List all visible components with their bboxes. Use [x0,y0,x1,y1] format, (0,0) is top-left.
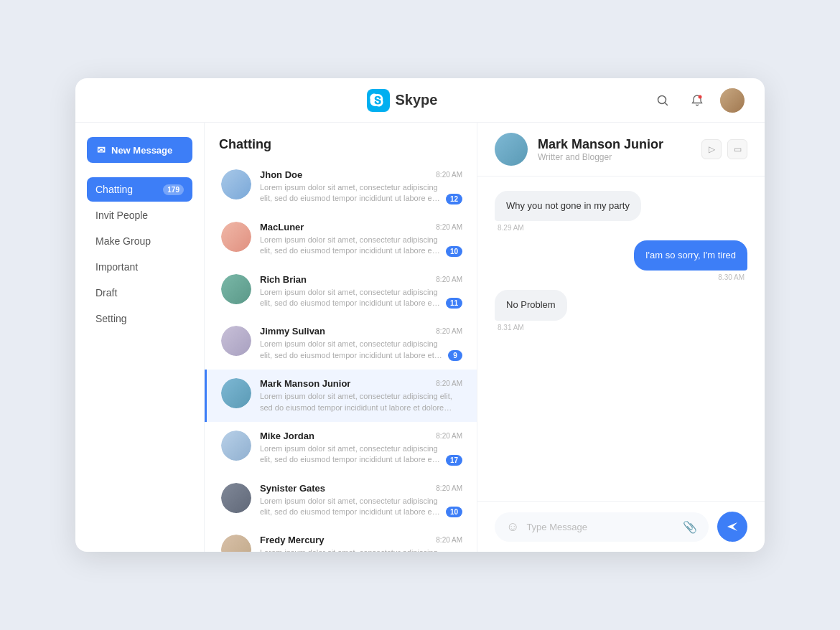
chat-badge: 12 [446,194,462,204]
chat-preview: Lorem ipsum dolor sit amet, consectetur … [260,235,442,257]
message-time: 8.31 AM [495,324,527,332]
chat-name: Jhon Doe [260,169,302,180]
chat-info: Jhon Doe8:20 AMLorem ipsum dolor sit ame… [260,169,462,204]
sidebar-item-label: Draft [95,287,117,298]
conversation-panel: Mark Manson Junior Writter and Blogger ▷… [477,123,765,552]
new-message-label: New Message [111,145,172,156]
sidebar-item-setting[interactable]: Setting [87,306,192,331]
message-bubble: Why you not gone in my party [495,191,641,221]
chat-preview: Lorem ipsum dolor sit amet, consectetur … [260,391,462,413]
send-button[interactable] [717,512,747,542]
chat-time: 8:20 AM [436,380,462,387]
chat-info: Synister Gates8:20 AMLorem ipsum dolor s… [260,483,462,518]
chat-time: 8:20 AM [436,536,462,544]
chat-item[interactable]: Mark Manson Junior8:20 AMLorem ipsum dol… [205,370,477,422]
screen-button[interactable]: ▭ [727,139,747,159]
app-logo: Skype [367,89,438,112]
chat-avatar [221,431,251,461]
chat-badge: 17 [446,455,462,466]
chat-avatar [221,222,251,252]
chat-avatar [221,535,251,552]
sidebar-nav: Chatting179Invit PeopleMake GroupImporta… [87,177,192,331]
sidebar-item-chatting[interactable]: Chatting179 [87,177,192,202]
chat-badge: 10 [446,507,462,517]
chat-time: 8:20 AM [436,327,462,335]
header: Skype [75,78,765,123]
chat-info: Jimmy Sulivan8:20 AMLorem ipsum dolor si… [260,326,462,361]
chat-name: Fredy Mercury [260,535,325,545]
search-button[interactable] [651,89,674,112]
user-avatar[interactable] [720,88,745,113]
conv-avatar [495,133,528,166]
chat-item[interactable]: Fredy Mercury8:20 AMLorem ipsum dolor si… [205,526,477,552]
chat-preview: Lorem ipsum dolor sit amet, consectetur … [260,339,444,361]
message-bubble: I'am so sorry, I'm tired [634,240,747,271]
conv-header: Mark Manson Junior Writter and Blogger ▷… [477,123,765,177]
emoji-button[interactable]: ☺ [506,519,519,535]
messages-area: Why you not gone in my party8.29 AMI'am … [477,177,765,501]
chat-item[interactable]: Mike Jordan8:20 AMLorem ipsum dolor sit … [205,422,477,474]
chat-time: 8:20 AM [436,432,462,440]
conv-contact-name: Mark Manson Junior [538,137,663,152]
svg-point-2 [699,95,702,98]
chat-name: MacLuner [260,222,304,232]
chat-list-scroll[interactable]: Jhon Doe8:20 AMLorem ipsum dolor sit ame… [205,161,477,552]
chat-info: Mark Manson Junior8:20 AMLorem ipsum dol… [260,378,462,413]
chat-preview: Lorem ipsum dolor sit amet, consectetur … [260,547,442,552]
conv-contact-subtitle: Writter and Blogger [538,152,663,162]
bell-icon [691,94,704,107]
message-row: I'am so sorry, I'm tired8.30 AM [495,240,747,281]
message-input-area: ☺ 📎 [477,501,765,552]
chat-item[interactable]: MacLuner8:20 AMLorem ipsum dolor sit ame… [205,213,477,265]
chat-info: MacLuner8:20 AMLorem ipsum dolor sit ame… [260,222,462,257]
chat-name: Mark Manson Junior [260,378,350,389]
chat-item[interactable]: Synister Gates8:20 AMLorem ipsum dolor s… [205,474,477,527]
conv-contact-info: Mark Manson Junior Writter and Blogger [538,137,663,162]
sidebar-item-draft[interactable]: Draft [87,281,192,305]
chat-time: 8:20 AM [436,484,462,492]
chat-item[interactable]: Jimmy Sulivan8:20 AMLorem ipsum dolor si… [205,317,477,370]
sidebar-item-group[interactable]: Make Group [87,229,192,253]
sidebar-item-label: Invit People [95,210,148,221]
chat-info: Rich Brian8:20 AMLorem ipsum dolor sit a… [260,274,462,309]
chat-badge: 10 [446,246,462,257]
chat-name: Mike Jordan [260,431,314,441]
sidebar-item-badge: 179 [163,184,184,195]
send-icon [726,520,739,533]
sidebar-item-important[interactable]: Important [87,255,192,279]
search-icon [656,94,669,107]
chat-preview: Lorem ipsum dolor sit amet, consectetur … [260,182,442,204]
sidebar-item-invite[interactable]: Invit People [87,203,192,227]
conv-avatar-img [495,133,528,166]
chat-time: 8:20 AM [436,171,462,179]
app-container: Skype ✉ [75,78,765,552]
play-button[interactable]: ▷ [701,139,722,159]
chat-preview: Lorem ipsum dolor sit amet, consectetur … [260,443,442,466]
notifications-button[interactable] [686,89,709,112]
new-message-button[interactable]: ✉ New Message [87,137,192,163]
app-name-label: Skype [396,92,438,108]
chat-name: Synister Gates [260,483,325,494]
message-bubble: No Problem [495,290,567,320]
chat-list-title: Chatting [205,123,477,161]
message-input-wrapper: ☺ 📎 [495,512,709,542]
chat-preview: Lorem ipsum dolor sit amet, consectetur … [260,287,442,309]
chat-avatar [221,169,251,199]
chat-info: Fredy Mercury8:20 AMLorem ipsum dolor si… [260,535,462,552]
message-input[interactable] [526,522,676,532]
chat-item[interactable]: Rich Brian8:20 AMLorem ipsum dolor sit a… [205,265,477,318]
sidebar-item-label: Important [95,261,138,273]
chat-time: 8:20 AM [436,276,462,283]
chat-avatar [221,274,251,304]
body: ✉ New Message Chatting179Invit PeopleMak… [75,123,765,552]
sidebar-item-label: Setting [95,313,127,324]
attach-button[interactable]: 📎 [683,520,697,534]
message-row: No Problem8.31 AM [495,290,747,331]
chat-avatar [221,326,251,356]
chat-item[interactable]: Jhon Doe8:20 AMLorem ipsum dolor sit ame… [205,161,477,213]
chat-preview: Lorem ipsum dolor sit amet, consectetur … [260,496,442,518]
sidebar: ✉ New Message Chatting179Invit PeopleMak… [75,123,205,552]
skype-logo-icon [367,89,390,112]
chat-name: Jimmy Sulivan [260,326,325,337]
chat-time: 8:20 AM [436,223,462,231]
